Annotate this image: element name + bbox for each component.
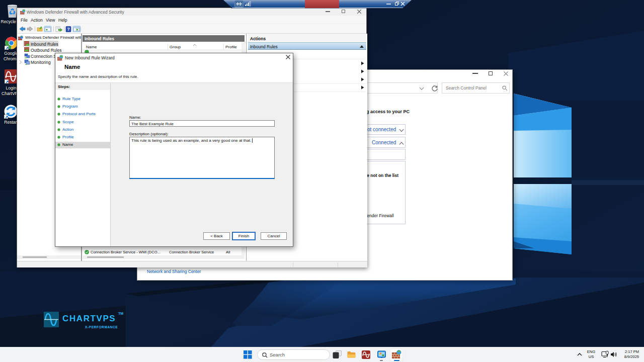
svg-text:?: ? [67,27,70,32]
